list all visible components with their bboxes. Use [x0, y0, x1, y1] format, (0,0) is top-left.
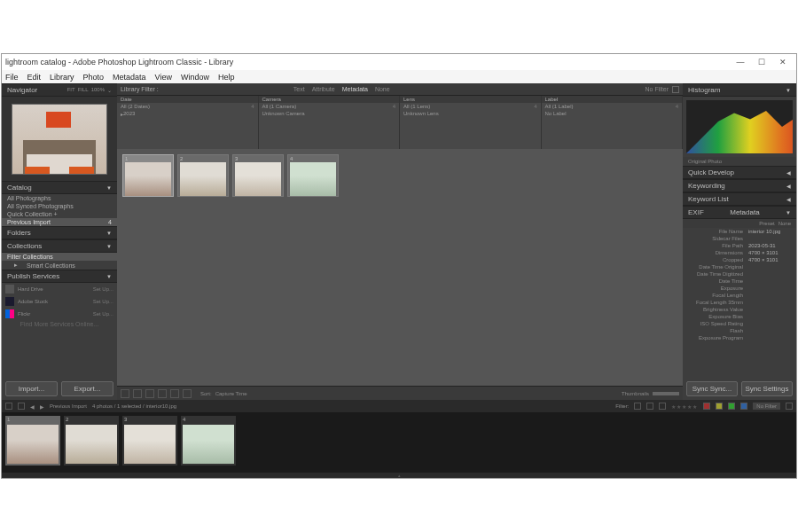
menu-edit[interactable]: Edit — [27, 73, 42, 82]
catalog-previous-import[interactable]: Previous Import4 — [2, 218, 117, 226]
export-button[interactable]: Export... — [61, 381, 113, 396]
quick-develop-header[interactable]: Quick Develop ◀ — [683, 166, 796, 179]
metacol-camera-all[interactable]: All (1 Camera)4 — [259, 103, 400, 110]
preset-value[interactable]: None — [778, 221, 791, 226]
nav-100[interactable]: 100% — [91, 87, 105, 93]
metacol-date-header[interactable]: Date — [117, 96, 258, 103]
flag-unflag-icon[interactable] — [646, 403, 653, 410]
catalog-quick[interactable]: Quick Collection + — [2, 210, 117, 218]
grid-thumb-4[interactable]: 4 — [287, 154, 339, 197]
loupe-view-icon[interactable] — [133, 389, 142, 398]
exif-dropdown[interactable]: EXIF — [688, 208, 704, 216]
menu-help[interactable]: Help — [218, 73, 235, 82]
catalog-header[interactable]: Catalog▼ — [2, 181, 117, 194]
metacol-lens-all[interactable]: All (1 Lens)4 — [400, 103, 541, 110]
filter-preset[interactable]: No Filter — [645, 86, 669, 92]
filmstrip-thumb-1[interactable]: 1 — [5, 416, 60, 466]
nav-fill[interactable]: FILL — [78, 87, 89, 93]
people-view-icon[interactable] — [170, 389, 179, 398]
publish-header[interactable]: Publish Services▼ — [2, 270, 117, 283]
keyword-list-header[interactable]: Keyword List ◀ — [683, 192, 796, 206]
filter-tab-none[interactable]: None — [375, 86, 390, 92]
filmstrip-breadcrumb[interactable]: Previous Import — [50, 403, 87, 409]
filmstrip-thumb-4[interactable]: 4 — [181, 416, 236, 466]
collections-header[interactable]: Collections▼ — [2, 239, 117, 253]
metacol-label-none[interactable]: No Label — [542, 110, 683, 117]
menu-metadata[interactable]: Metadata — [113, 73, 146, 82]
sync-settings-button[interactable]: Sync Settings — [741, 381, 793, 396]
histogram-display[interactable] — [686, 100, 793, 153]
publish-harddrive[interactable]: Hard DriveSet Up... — [2, 283, 117, 295]
filter-switch-icon[interactable] — [786, 403, 793, 410]
grid-thumb-1[interactable]: 1 — [122, 154, 174, 197]
filmstrip-handle[interactable]: ▴ — [2, 473, 796, 478]
keywording-header[interactable]: Keywording ◀ — [683, 179, 796, 192]
nav-back-icon[interactable]: ◀ — [30, 403, 35, 410]
label-yellow[interactable] — [716, 403, 723, 410]
publish-adobestock[interactable]: Adobe StockSet Up... — [2, 295, 117, 308]
filmstrip-nofilter[interactable]: No Filter — [753, 403, 780, 410]
filter-lock-icon[interactable] — [672, 86, 679, 93]
collections-smart[interactable]: ▸ 📁Smart Collections — [2, 261, 117, 270]
sort-value[interactable]: Capture Time — [215, 391, 247, 396]
import-button[interactable]: Import... — [5, 381, 58, 396]
metacol-lens-header[interactable]: Lens — [400, 96, 541, 103]
metacol-date-2023[interactable]: ▸ 2023 — [117, 110, 258, 118]
publish-flickr[interactable]: FlickrSet Up... — [2, 308, 117, 320]
metacol-label-header[interactable]: Label — [542, 96, 683, 103]
nav-zoom-menu[interactable]: ⌄ — [107, 87, 112, 93]
flag-pick-icon[interactable] — [634, 403, 641, 410]
maximize-button[interactable]: ☐ — [757, 58, 766, 66]
navigator-preview[interactable] — [2, 97, 117, 181]
label-green[interactable] — [728, 403, 735, 410]
secondary-display-icon[interactable] — [5, 403, 12, 410]
flickr-icon — [5, 309, 14, 318]
catalog-all-photos[interactable]: All Photographs — [2, 194, 117, 202]
metadata-field: File Nameinterior 10.jpg — [683, 228, 796, 235]
minimize-button[interactable]: — — [736, 58, 745, 66]
nav-fwd-icon[interactable]: ▶ — [40, 403, 44, 410]
filmstrip-filter-label: Filter: — [615, 403, 629, 409]
menu-file[interactable]: File — [5, 73, 19, 82]
compare-view-icon[interactable] — [145, 389, 154, 398]
collections-filter[interactable]: Filter Collections — [2, 253, 117, 261]
filmstrip-thumb-2[interactable]: 2 — [64, 416, 119, 466]
metacol-camera-header[interactable]: Camera — [259, 96, 400, 103]
histogram-header[interactable]: Histogram ▼ — [683, 83, 796, 97]
metacol-label-all[interactable]: All (1 Label)4 — [542, 103, 683, 110]
grid-thumb-2[interactable]: 2 — [177, 154, 229, 197]
metadata-field: Exposure — [683, 285, 796, 292]
filter-tab-text[interactable]: Text — [293, 86, 305, 92]
close-button[interactable]: ✕ — [778, 58, 787, 66]
survey-view-icon[interactable] — [158, 389, 167, 398]
folders-header[interactable]: Folders▼ — [2, 226, 117, 239]
filter-tab-metadata[interactable]: Metadata — [342, 86, 368, 92]
metacol-camera-unknown[interactable]: Unknown Camera — [259, 110, 400, 117]
rating-stars[interactable]: ★★★★★ — [671, 403, 698, 410]
filmstrip[interactable]: 1 2 3 4 — [2, 412, 796, 473]
sync-button[interactable]: Sync Sync... — [686, 381, 738, 396]
thumbnail-size-slider[interactable] — [653, 392, 679, 395]
menu-library[interactable]: Library — [50, 73, 74, 82]
nav-fit[interactable]: FIT — [67, 87, 75, 93]
menu-view[interactable]: View — [155, 73, 172, 82]
navigator-header[interactable]: Navigator FIT FILL 100% ⌄ — [2, 83, 117, 97]
menu-window[interactable]: Window — [181, 73, 209, 82]
metadata-fields: File Nameinterior 10.jpgSidecar FilesFil… — [683, 228, 796, 378]
metacol-date-all[interactable]: All (2 Dates)4 — [117, 103, 258, 110]
grid-layout-icon[interactable] — [18, 403, 25, 410]
filmstrip-thumb-3[interactable]: 3 — [122, 416, 177, 466]
grid-thumb-3[interactable]: 3 — [232, 154, 284, 197]
filter-tab-attribute[interactable]: Attribute — [312, 86, 335, 92]
painter-icon[interactable] — [183, 389, 192, 398]
flag-reject-icon[interactable] — [659, 403, 666, 410]
metadata-header[interactable]: EXIFMetadata ▼ — [683, 206, 796, 219]
catalog-synced[interactable]: All Synced Photographs — [2, 202, 117, 210]
label-blue[interactable] — [740, 403, 747, 410]
menu-photo[interactable]: Photo — [83, 73, 105, 82]
grid-view[interactable]: 1 2 3 4 — [117, 149, 683, 386]
publish-find-more[interactable]: Find More Services Online... — [2, 320, 117, 328]
grid-view-icon[interactable] — [121, 389, 129, 398]
label-red[interactable] — [703, 403, 710, 410]
metacol-lens-unknown[interactable]: Unknown Lens — [400, 110, 541, 117]
